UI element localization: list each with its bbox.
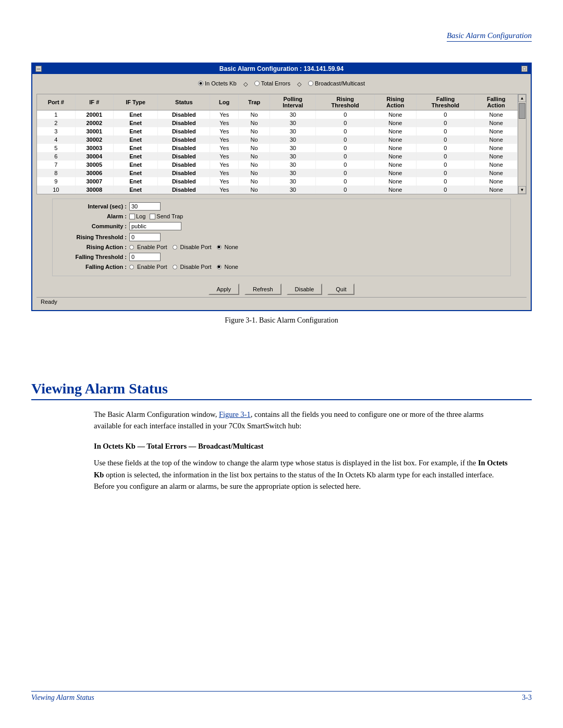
table-cell: Yes xyxy=(210,152,239,161)
table-row[interactable]: 830006EnetDisabledYesNo300None0None xyxy=(37,169,518,177)
table-cell: Enet xyxy=(113,161,158,169)
table-cell: None xyxy=(475,110,518,119)
table-cell: Yes xyxy=(210,127,239,135)
table-cell: Disabled xyxy=(158,169,210,177)
col-polling: PollingInterval xyxy=(270,94,316,110)
col-log: Log xyxy=(210,94,239,110)
table-cell: Enet xyxy=(113,177,158,186)
falling-threshold-input[interactable] xyxy=(129,253,161,261)
table-cell: Enet xyxy=(113,169,158,177)
radio-total-errors[interactable]: Total Errors xyxy=(254,80,290,87)
footer-left-text: Viewing Alarm Status xyxy=(31,694,94,702)
table-row[interactable]: 930007EnetDisabledYesNo300None0None xyxy=(37,177,518,186)
table-row[interactable]: 120001EnetDisabledYesNo300None0None xyxy=(37,110,518,119)
falling-none[interactable]: None xyxy=(217,264,238,270)
send-trap-checkbox-label[interactable]: Send Trap xyxy=(150,213,183,219)
table-cell: Disabled xyxy=(158,144,210,152)
table-row[interactable]: 220002EnetDisabledYesNo300None0None xyxy=(37,119,518,127)
table-cell: None xyxy=(375,135,416,144)
rising-threshold-row: Rising Threshold : xyxy=(59,233,504,241)
rising-none[interactable]: None xyxy=(217,244,238,250)
rising-enable-port[interactable]: Enable Port xyxy=(129,244,167,250)
table-cell: Disabled xyxy=(158,186,210,194)
footer-right-text: 3-3 xyxy=(522,694,532,702)
col-falling-action: FallingAction xyxy=(475,94,518,110)
maximize-button[interactable]: □ xyxy=(521,66,528,72)
table-cell: Enet xyxy=(113,152,158,161)
table-cell: 30 xyxy=(270,186,316,194)
table-cell: None xyxy=(475,186,518,194)
radio-in-octets[interactable]: In Octets Kb xyxy=(198,80,237,87)
scrollbar-down[interactable]: ▼ xyxy=(518,186,526,194)
apply-button[interactable]: Apply xyxy=(209,283,240,295)
interval-input[interactable] xyxy=(129,202,161,211)
table-cell: 30 xyxy=(270,177,316,186)
quit-button[interactable]: Quit xyxy=(327,283,354,295)
table-cell: 4 xyxy=(37,135,75,144)
table-cell: Enet xyxy=(113,119,158,127)
table-cell: None xyxy=(375,110,416,119)
window-frame: ─ Basic Alarm Configuration : 134.141.59… xyxy=(31,63,532,311)
table-cell: None xyxy=(375,161,416,169)
table-cell: Yes xyxy=(210,177,239,186)
rising-threshold-input[interactable] xyxy=(129,233,161,241)
scrollbar-up[interactable]: ▲ xyxy=(518,94,526,102)
rising-disable-port[interactable]: Disable Port xyxy=(173,244,212,250)
log-checkbox-text: Log xyxy=(136,213,145,219)
bold-term: In Octets Kb xyxy=(94,459,508,478)
table-cell: 0 xyxy=(316,177,375,186)
table-cell: None xyxy=(475,169,518,177)
table-cell: 0 xyxy=(316,186,375,194)
radio-broadcast-label: Broadcast/Multicast xyxy=(315,80,365,87)
table-cell: 30004 xyxy=(75,152,113,161)
buttons-row: Apply Refresh Disable Quit xyxy=(36,280,527,297)
table-row[interactable]: 530003EnetDisabledYesNo300None0None xyxy=(37,144,518,152)
table-cell: None xyxy=(475,161,518,169)
community-label: Community : xyxy=(59,223,127,229)
table-cell: None xyxy=(475,152,518,161)
table-cell: Yes xyxy=(210,161,239,169)
scrollbar-thumb[interactable] xyxy=(519,103,525,119)
table-cell: 30003 xyxy=(75,144,113,152)
table-row[interactable]: 330001EnetDisabledYesNo300None0None xyxy=(37,127,518,135)
status-text: Ready xyxy=(41,299,57,305)
refresh-button[interactable]: Refresh xyxy=(244,283,282,295)
minimize-button[interactable]: ─ xyxy=(35,66,42,72)
table-cell: None xyxy=(475,119,518,127)
table-cell: None xyxy=(375,152,416,161)
table-row[interactable]: 1030008EnetDisabledYesNo300None0None xyxy=(37,186,518,194)
table-cell: Enet xyxy=(113,186,158,194)
falling-threshold-label: Falling Threshold : xyxy=(59,254,127,260)
table-cell: 6 xyxy=(37,152,75,161)
table-cell: Yes xyxy=(210,186,239,194)
table-row[interactable]: 730005EnetDisabledYesNo300None0None xyxy=(37,161,518,169)
log-checkbox[interactable] xyxy=(129,214,135,219)
rising-threshold-label: Rising Threshold : xyxy=(59,234,127,240)
table-cell: 30002 xyxy=(75,135,113,144)
table-cell: 0 xyxy=(416,169,475,177)
interval-label: Interval (sec) : xyxy=(59,203,127,209)
col-iftype: IF Type xyxy=(113,94,158,110)
table-row[interactable]: 430002EnetDisabledYesNo300None0None xyxy=(37,135,518,144)
section-title: Viewing Alarm Status xyxy=(31,380,532,400)
radio-broadcast[interactable]: Broadcast/Multicast xyxy=(308,80,365,87)
falling-disable-port[interactable]: Disable Port xyxy=(173,264,212,270)
table-cell: Disabled xyxy=(158,127,210,135)
table-cell: Yes xyxy=(210,169,239,177)
status-bar: Ready xyxy=(36,297,527,306)
log-checkbox-label[interactable]: Log xyxy=(129,213,145,219)
falling-enable-port[interactable]: Enable Port xyxy=(129,264,167,270)
table-cell: No xyxy=(239,135,270,144)
scrollbar[interactable]: ▲ ▼ xyxy=(518,94,526,194)
table-row[interactable]: 630004EnetDisabledYesNo300None0None xyxy=(37,152,518,161)
table-cell: No xyxy=(239,144,270,152)
figure-link[interactable]: Figure 3-1 xyxy=(219,410,251,418)
send-trap-checkbox[interactable] xyxy=(150,214,155,219)
community-input[interactable] xyxy=(129,222,181,230)
radio-broadcast-circle xyxy=(308,81,313,86)
table-scroll-area: Port # IF # IF Type Status Log Trap Poll… xyxy=(37,94,518,194)
section-intro: The Basic Alarm Configuration window, Fi… xyxy=(94,409,511,432)
table-cell: 30005 xyxy=(75,161,113,169)
alarm-data-table: Port # IF # IF Type Status Log Trap Poll… xyxy=(37,94,518,194)
disable-button[interactable]: Disable xyxy=(287,283,323,295)
